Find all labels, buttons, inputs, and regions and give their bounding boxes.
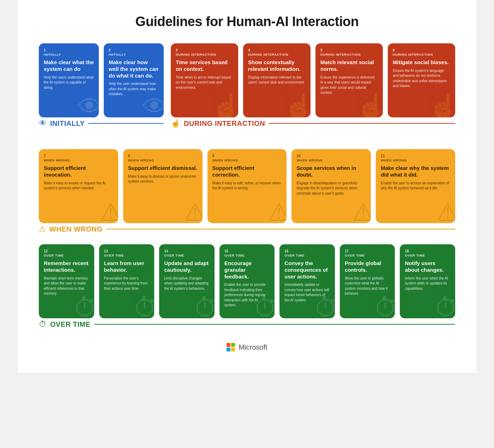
card-number: 4 [248, 48, 306, 52]
initially-label-container: 👁 INITIALLY [39, 117, 164, 139]
card-number: 7 [44, 154, 113, 158]
card-number: 16 [284, 249, 330, 253]
card-desc: Enable the user to access an explanation… [381, 181, 450, 191]
during-divider [269, 123, 455, 124]
card-title: Mitigate social biases. [393, 59, 450, 66]
card-number: 8 [128, 154, 198, 158]
card-category: OVER TIME [345, 253, 390, 257]
card-watermark: ⚠ [184, 198, 203, 223]
card-category: OVER TIME [405, 253, 450, 257]
card-watermark: ⚠ [352, 198, 371, 223]
card-desc: Immediately update or convey how user ac… [284, 282, 330, 303]
card-category: DURING INTERACTION [176, 53, 233, 56]
card-desc: Inform the user when the AI system adds … [405, 276, 450, 291]
card-watermark: 👁 [78, 93, 99, 117]
card-number: 5 [320, 48, 378, 52]
initially-label-text: INITIALLY [50, 119, 85, 128]
when-wrong-section: ⚠ 7 WHEN WRONG Support efficient invocat… [39, 149, 455, 234]
over-time-label: ⏱ OVER TIME [39, 320, 455, 329]
over-time-section: ⏱ 12 OVER TIME Remember recent interacti… [39, 244, 455, 329]
card-desc: Enable the user to provide feedback indi… [224, 282, 270, 308]
card-title: Time services based on context. [176, 59, 233, 73]
card-category: DURING INTERACTION [248, 53, 306, 56]
card-title: Update and adapt cautiously. [164, 260, 210, 274]
main-page: Guidelines for Human-AI Interaction 👁 1 … [18, 0, 476, 373]
card-category: WHEN WRONG [44, 158, 113, 162]
card-watermark: ⚠ [100, 198, 118, 223]
hand-icon: ☝ [171, 119, 180, 128]
card-3: ☝ 3 DURING INTERACTION Time services bas… [171, 43, 238, 117]
card-10: ⚠ 10 WHEN WRONG Scope services when in d… [291, 149, 371, 223]
card-number: 13 [104, 249, 150, 253]
card-title: Scope services when in doubt. [296, 165, 366, 178]
card-1: 👁 1 INITIALLY Make clear what the system… [39, 43, 99, 117]
card-number: 6 [393, 48, 450, 52]
top-section: 👁 1 INITIALLY Make clear what the system… [39, 43, 455, 117]
card-number: 10 [296, 154, 366, 158]
page-title: Guidelines for Human-AI Interaction [39, 14, 455, 29]
card-11: ⚠ 11 WHEN WRONG Make clear why the syste… [376, 149, 455, 223]
card-9: ⚠ 9 WHEN WRONG Support efficient correct… [207, 149, 287, 223]
card-title: Make clear how well the system can do wh… [109, 59, 159, 79]
card-18: ⏱ 18 OVER TIME Notify users about change… [400, 244, 455, 318]
card-desc: Allow the user to globally customize wha… [345, 276, 390, 296]
card-13: ⏱ 13 OVER TIME Learn from user behavior.… [99, 244, 155, 318]
card-desc: Engage in disambiguation or gracefully d… [296, 181, 366, 196]
card-2: 👁 2 INITIALLY Make clear how well the sy… [104, 43, 164, 117]
card-desc: Ensure the AI system's language and beha… [393, 68, 450, 89]
card-number: 1 [44, 48, 94, 52]
card-6: ☝ 6 DURING INTERACTION Mitigate social b… [388, 43, 455, 117]
card-watermark: ⚠ [436, 198, 455, 223]
over-time-divider [94, 324, 455, 325]
logo-green [231, 343, 235, 347]
card-title: Support efficient invocation. [44, 165, 113, 178]
microsoft-logo [227, 343, 235, 351]
card-watermark: ⏱ [133, 294, 154, 318]
card-category: OVER TIME [164, 253, 210, 257]
card-category: OVER TIME [44, 253, 89, 257]
card-number: 12 [44, 249, 89, 253]
card-number: 18 [405, 249, 450, 253]
card-watermark: ⚠ [268, 198, 287, 223]
card-category: INITIALLY [109, 53, 159, 56]
card-category: OVER TIME [284, 253, 330, 257]
footer: Microsoft [39, 343, 455, 351]
when-wrong-label-text: WHEN WRONG [49, 225, 103, 233]
card-desc: Make it easy to edit, refine, or recover… [212, 181, 282, 191]
card-number: 3 [176, 48, 233, 52]
card-desc: Help the user understand how often the A… [109, 81, 159, 97]
card-category: INITIALLY [44, 53, 94, 56]
card-number: 9 [212, 154, 282, 158]
initially-divider [88, 123, 164, 124]
card-desc: Limit disruptive changes when updating a… [164, 276, 210, 291]
card-desc: Help the users understand what the AI sy… [44, 75, 94, 91]
card-watermark: ⏱ [434, 294, 455, 318]
during-label: ☝ DURING INTERACTION [171, 119, 455, 128]
initially-cards: 👁 1 INITIALLY Make clear what the system… [39, 43, 164, 117]
card-5: ☝ 5 DURING INTERACTION Match relevant so… [315, 43, 383, 117]
card-watermark: ☝ [428, 92, 455, 117]
card-category: OVER TIME [224, 253, 270, 257]
card-title: Learn from user behavior. [104, 260, 150, 274]
card-7: ⚠ 7 WHEN WRONG Support efficient invocat… [39, 149, 118, 223]
eye-icon: 👁 [39, 119, 47, 128]
when-wrong-cards: ⚠ 7 WHEN WRONG Support efficient invocat… [39, 149, 455, 223]
card-category: DURING INTERACTION [393, 53, 450, 56]
card-title: Show contextually relevant information. [248, 59, 306, 73]
card-desc: Time when to act or interrupt based on t… [176, 75, 233, 91]
when-wrong-label: ⚠ WHEN WRONG [39, 225, 455, 234]
card-title: Make clear why the system did what it di… [381, 165, 450, 178]
card-title: Support efficient dismissal. [128, 165, 198, 172]
card-desc: Make it easy to invoke or request the AI… [44, 181, 113, 191]
microsoft-brand: Microsoft [239, 343, 267, 351]
over-time-label-text: OVER TIME [50, 320, 91, 329]
card-desc: Display information relevant to the user… [248, 75, 306, 85]
card-17: ⏱ 17 OVER TIME Provide global controls. … [340, 244, 395, 318]
logo-blue [227, 348, 230, 351]
card-16: ⏱ 16 OVER TIME Convey the consequences o… [279, 244, 335, 318]
card-title: Notify users about changes. [405, 260, 450, 274]
card-title: Make clear what the system can do [44, 59, 94, 73]
card-12: ⏱ 12 OVER TIME Remember recent interacti… [39, 244, 94, 318]
card-watermark: ⏱ [193, 294, 215, 318]
when-wrong-divider [106, 229, 455, 230]
